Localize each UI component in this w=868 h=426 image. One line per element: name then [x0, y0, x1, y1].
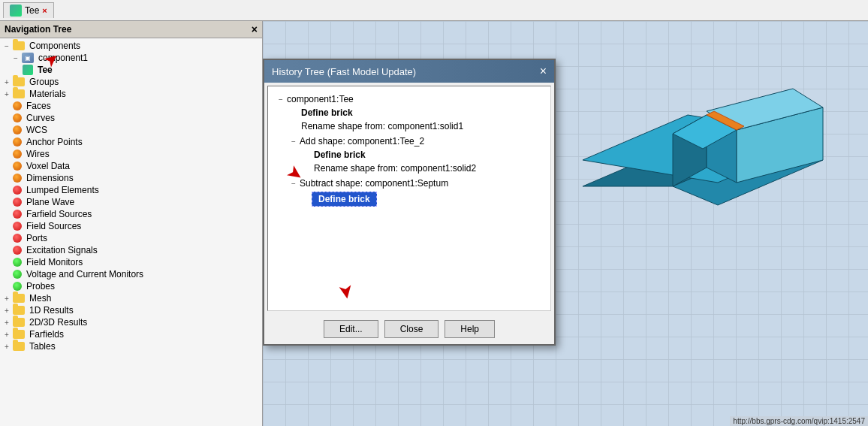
expand-farfields[interactable]: + — [3, 331, 11, 339]
tree-label-tables: Tables — [29, 341, 56, 352]
tree-item-field-monitors[interactable]: Field Monitors — [0, 256, 262, 268]
tree-item-ports[interactable]: Ports — [0, 232, 262, 244]
folder-icon-materials — [13, 89, 25, 98]
help-button[interactable]: Help — [445, 320, 495, 338]
dialog-content: − component1:Tee Define brick Rename sha… — [267, 86, 551, 311]
tree-label-ports: Ports — [26, 233, 47, 243]
ball-icon-vc-monitors — [13, 270, 22, 279]
ball-icon-excitation — [13, 246, 22, 255]
expand-materials[interactable]: + — [3, 90, 11, 98]
ball-icon-lumped — [13, 186, 22, 195]
navigation-tree-panel: Navigation Tree × − Components − ▣ compo… — [0, 21, 263, 426]
tree-item-dimensions[interactable]: Dimensions — [0, 172, 262, 184]
hist-expand-root[interactable]: − — [277, 95, 285, 104]
tree-item-wcs[interactable]: WCS — [0, 124, 262, 136]
edit-button[interactable]: Edit... — [324, 320, 378, 338]
tree-item-tables[interactable]: + Tables — [0, 340, 262, 352]
hist-add-shape[interactable]: − Add shape: component1:Tee_2 — [274, 134, 544, 148]
tree-item-faces[interactable]: Faces — [0, 100, 262, 112]
tree-item-curves[interactable]: Curves — [0, 112, 262, 124]
tree-item-materials[interactable]: + Materials — [0, 88, 262, 100]
nav-tree-close-btn[interactable]: × — [252, 23, 258, 35]
expand-1d-results[interactable]: + — [3, 307, 11, 315]
folder-icon-1d-results — [13, 306, 25, 315]
tee-tab[interactable]: Tee × — [3, 2, 54, 18]
hist-define-brick-1[interactable]: Define brick — [274, 106, 544, 119]
tree-label-faces: Faces — [26, 101, 51, 111]
ball-icon-probes — [13, 282, 22, 291]
folder-icon-farfields — [13, 330, 25, 339]
hist-label-define-brick-2: Define brick — [314, 150, 366, 160]
hist-define-brick-2[interactable]: Define brick — [274, 148, 544, 162]
tree-label-materials: Materials — [29, 89, 66, 99]
tree-item-plane-wave[interactable]: Plane Wave — [0, 196, 262, 208]
ball-icon-faces — [13, 101, 22, 110]
hist-label-add-shape: Add shape: component1:Tee_2 — [300, 136, 424, 147]
tree-item-mesh[interactable]: + Mesh — [0, 292, 262, 304]
tree-label-curves: Curves — [26, 113, 55, 123]
tree-item-anchor-points[interactable]: Anchor Points — [0, 136, 262, 148]
tree-label-components: Components — [29, 41, 80, 51]
hist-subtract[interactable]: − Subtract shape: component1:Septum — [274, 177, 544, 190]
tree-item-lumped-elements[interactable]: Lumped Elements — [0, 184, 262, 196]
tree-item-1d-results[interactable]: + 1D Results — [0, 304, 262, 316]
dialog-title: History Tree (Fast Model Update) — [272, 66, 416, 77]
tree-label-excitation: Excitation Signals — [26, 245, 98, 255]
ball-icon-farfield-sources — [13, 210, 22, 219]
tree-label-lumped-elements: Lumped Elements — [26, 185, 99, 195]
expand-2d3d-results[interactable]: + — [3, 319, 11, 327]
expand-components[interactable]: − — [3, 42, 11, 50]
tree-item-farfields[interactable]: + Farfields — [0, 328, 262, 340]
tree-item-components[interactable]: − Components — [0, 40, 262, 52]
expand-mesh[interactable]: + — [3, 295, 11, 303]
tree-label-1d-results: 1D Results — [29, 305, 74, 316]
folder-icon-groups — [13, 77, 25, 86]
expand-tables[interactable]: + — [3, 343, 11, 351]
tee-tab-close[interactable]: × — [42, 6, 47, 15]
tree-item-probes[interactable]: Probes — [0, 280, 262, 292]
tree-item-voxel-data[interactable]: Voxel Data — [0, 160, 262, 172]
hist-label-define-brick-3: Define brick — [318, 194, 370, 204]
hist-define-brick-3[interactable]: Define brick — [312, 192, 377, 207]
viewport: History Tree (Fast Model Update) × − com… — [263, 21, 868, 426]
tree-label-farfields: Farfields — [29, 329, 64, 340]
tree-label-field-sources: Field Sources — [26, 221, 81, 231]
tree-label-probes: Probes — [26, 281, 55, 292]
tree-item-field-sources[interactable]: Field Sources — [0, 220, 262, 232]
tree-label-field-monitors: Field Monitors — [26, 257, 83, 267]
tree-item-wires[interactable]: Wires — [0, 148, 262, 160]
hist-label-define-brick-1: Define brick — [301, 107, 353, 118]
tree-label-voxel-data: Voxel Data — [26, 161, 70, 171]
nav-tree-content: − Components − ▣ component1 Tee ➤ + — [0, 38, 262, 426]
close-button[interactable]: Close — [384, 320, 439, 338]
tree-label-wires: Wires — [26, 149, 50, 159]
tree-label-tee: Tee — [38, 65, 53, 75]
tree-item-vc-monitors[interactable]: Voltage and Current Monitors — [0, 268, 262, 280]
tree-item-tee[interactable]: Tee ➤ — [0, 64, 262, 76]
dialog-close-btn[interactable]: × — [540, 65, 547, 78]
expand-component1[interactable]: − — [12, 54, 20, 62]
tree-label-groups: Groups — [29, 77, 59, 87]
tree-item-component1[interactable]: − ▣ component1 — [0, 52, 262, 64]
tree-item-groups[interactable]: + Groups — [0, 76, 262, 88]
hist-root[interactable]: − component1:Tee — [274, 92, 544, 106]
tree-item-excitation[interactable]: Excitation Signals — [0, 244, 262, 256]
tree-label-mesh: Mesh — [29, 293, 51, 304]
hist-expand-add-shape[interactable]: − — [290, 137, 297, 146]
hist-rename-1[interactable]: Rename shape from: component1:solid1 — [274, 119, 544, 133]
tree-item-farfield-sources[interactable]: Farfield Sources — [0, 208, 262, 220]
tree-label-wcs: WCS — [26, 125, 47, 135]
expand-groups[interactable]: + — [3, 78, 11, 86]
ball-icon-wcs — [13, 125, 22, 134]
hist-label-root: component1:Tee — [287, 94, 354, 104]
tee-icon — [23, 65, 33, 75]
hist-rename-2[interactable]: Rename shape from: component1:solid2 — [274, 162, 544, 175]
tree-item-2d3d-results[interactable]: + 2D/3D Results — [0, 316, 262, 328]
ball-icon-curves — [13, 113, 22, 122]
tree-label-plane-wave: Plane Wave — [26, 197, 74, 207]
hist-label-rename-1: Rename shape from: component1:solid1 — [301, 121, 463, 131]
tree-label-farfield-sources: Farfield Sources — [26, 209, 92, 219]
folder-icon-tables — [13, 342, 25, 351]
dialog-buttons: ➤ Edit... Close Help — [264, 314, 554, 344]
folder-icon-mesh — [13, 294, 25, 303]
